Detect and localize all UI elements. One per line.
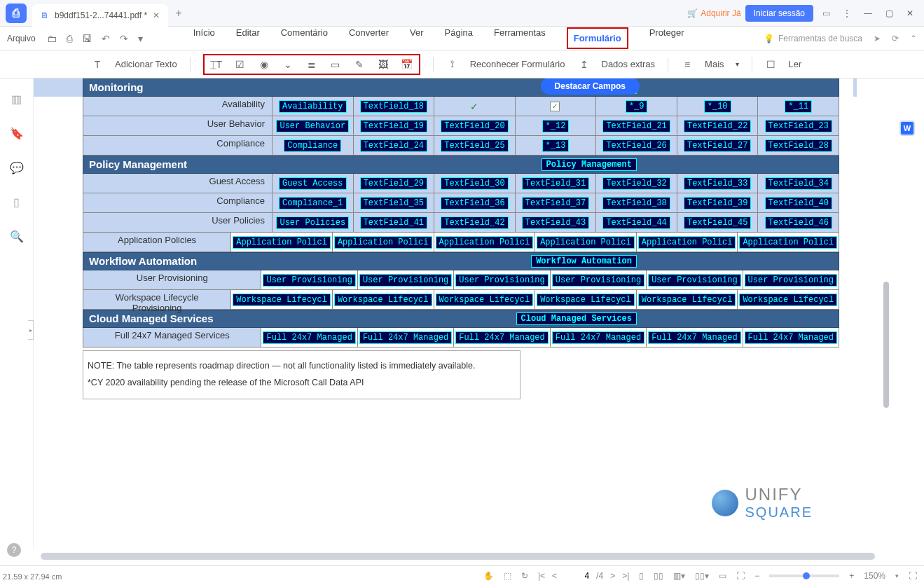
- file-menu[interactable]: Arquivo: [7, 34, 36, 43]
- tab-editar[interactable]: Editar: [236, 27, 260, 49]
- layout-dropdown-icon[interactable]: ▥▾: [673, 571, 685, 581]
- tab-formulario[interactable]: Formulário: [567, 27, 628, 49]
- form-field[interactable]: *_11: [785, 100, 812, 113]
- help-button[interactable]: ?: [7, 543, 21, 557]
- zoom-value[interactable]: 150%: [864, 571, 885, 581]
- tab-pagina[interactable]: Página: [445, 27, 473, 49]
- image-tool-icon[interactable]: 🖼: [377, 58, 389, 71]
- form-field[interactable]: Full 24x7 Managed: [263, 331, 355, 344]
- close-tab-icon[interactable]: ✕: [153, 11, 160, 20]
- qat-dropdown-icon[interactable]: ▾: [138, 33, 143, 44]
- form-field[interactable]: TextField_22: [684, 120, 751, 132]
- form-field[interactable]: User Behavior: [276, 120, 349, 132]
- form-field[interactable]: TextField_38: [602, 197, 670, 209]
- horizontal-scrollbar[interactable]: [41, 553, 910, 563]
- form-field[interactable]: TextField_37: [522, 197, 589, 209]
- two-page-icon[interactable]: ▯▯: [654, 571, 663, 581]
- search-panel-icon[interactable]: 🔍: [10, 230, 24, 243]
- form-field[interactable]: TextField_30: [441, 177, 508, 190]
- form-field[interactable]: TextField_20: [441, 120, 508, 132]
- more-icon[interactable]: ⋮: [839, 5, 855, 22]
- document-viewport[interactable]: Este documento contém campos de formulár…: [34, 78, 890, 549]
- tab-ferramentas[interactable]: Ferramentas: [494, 27, 546, 49]
- tab-inicio[interactable]: Início: [193, 27, 215, 49]
- form-field[interactable]: *_9: [626, 100, 648, 113]
- form-field[interactable]: User Provisioning: [455, 274, 548, 287]
- login-button[interactable]: Iniciar sessão: [745, 5, 813, 22]
- select-tool-icon[interactable]: ⬚: [504, 571, 511, 581]
- form-field[interactable]: Application Polici: [233, 236, 331, 249]
- tab-converter[interactable]: Converter: [349, 27, 389, 49]
- highlight-fields-button[interactable]: Destacar Campos: [541, 78, 640, 95]
- form-field[interactable]: TextField_27: [684, 139, 751, 152]
- checkbox-icon[interactable]: ✓: [550, 102, 560, 111]
- form-field[interactable]: Policy Management: [542, 158, 637, 171]
- form-field[interactable]: Compliance: [284, 139, 341, 152]
- form-field[interactable]: Workspace Lifecycl: [638, 294, 736, 306]
- form-field[interactable]: Full 24x7 Managed: [552, 331, 644, 344]
- tab-comentario[interactable]: Comentário: [281, 27, 328, 49]
- form-field[interactable]: Full 24x7 Managed: [359, 331, 452, 344]
- collapse-ribbon-icon[interactable]: ⌃: [910, 34, 917, 43]
- form-field[interactable]: TextField_42: [441, 216, 508, 229]
- form-field[interactable]: Application Polici: [638, 236, 736, 249]
- form-field[interactable]: TextField_32: [602, 177, 670, 190]
- dropdown-tool-icon[interactable]: ⌄: [282, 58, 294, 71]
- close-window-button[interactable]: ✕: [902, 5, 918, 22]
- textfield-tool-icon[interactable]: ⌶T: [210, 58, 223, 71]
- form-field[interactable]: *_13: [542, 139, 570, 152]
- form-field[interactable]: Workflow Automation: [531, 255, 637, 268]
- bookmarks-icon[interactable]: 🔖: [10, 127, 24, 140]
- more-button[interactable]: Mais: [705, 59, 724, 69]
- form-field[interactable]: TextField_45: [684, 216, 751, 229]
- listbox-tool-icon[interactable]: ≣: [305, 58, 318, 71]
- prev-page-icon[interactable]: <: [552, 571, 557, 581]
- comments-icon[interactable]: 💬: [10, 161, 24, 174]
- fit-dropdown-icon[interactable]: ▯▯▾: [695, 571, 709, 581]
- rotate-icon[interactable]: ↻: [521, 571, 528, 581]
- form-field[interactable]: Full 24x7 Managed: [455, 331, 548, 344]
- form-field[interactable]: TextField_46: [765, 216, 832, 229]
- form-field[interactable]: TextField_23: [765, 120, 832, 132]
- form-field[interactable]: Workspace Lifecycl: [739, 294, 837, 306]
- form-field[interactable]: Guest Access: [279, 177, 346, 190]
- first-page-icon[interactable]: |<: [538, 571, 545, 581]
- save-icon[interactable]: 🖫: [82, 33, 92, 44]
- new-tab-button[interactable]: +: [175, 7, 181, 20]
- single-page-icon[interactable]: ▯: [639, 571, 644, 581]
- thumbnails-icon[interactable]: ▥: [11, 92, 22, 106]
- fit-width-icon[interactable]: ⛶: [736, 571, 745, 581]
- form-field[interactable]: Availability: [279, 100, 346, 113]
- zoom-in-icon[interactable]: +: [849, 571, 854, 581]
- extra-data-button[interactable]: Dados extras: [602, 59, 656, 69]
- form-field[interactable]: Application Polici: [739, 236, 837, 249]
- acquire-button[interactable]: 🛒 Adquirir Já: [687, 8, 740, 18]
- hand-tool-icon[interactable]: ✋: [483, 571, 494, 581]
- maximize-button[interactable]: ▢: [881, 5, 897, 22]
- tab-proteger[interactable]: Proteger: [649, 27, 684, 49]
- last-page-icon[interactable]: >|: [622, 571, 629, 581]
- send-icon[interactable]: ➤: [874, 34, 881, 43]
- form-field[interactable]: Workspace Lifecycl: [537, 294, 635, 306]
- fullscreen-icon[interactable]: ⛶: [909, 571, 917, 581]
- form-field[interactable]: TextField_43: [522, 216, 589, 229]
- zoom-slider[interactable]: [769, 574, 839, 577]
- slideshow-icon[interactable]: ▭: [719, 571, 726, 581]
- form-field[interactable]: Compliance_1: [279, 197, 346, 209]
- form-field[interactable]: TextField_24: [360, 139, 427, 152]
- button-tool-icon[interactable]: ▭: [329, 58, 342, 71]
- form-field[interactable]: TextField_39: [684, 197, 751, 209]
- zoom-out-icon[interactable]: −: [754, 571, 759, 581]
- vertical-scrollbar[interactable]: [883, 99, 890, 542]
- form-field[interactable]: TextField_18: [360, 100, 427, 113]
- form-field[interactable]: User Provisioning: [552, 274, 644, 287]
- form-field[interactable]: Workspace Lifecycl: [334, 294, 432, 306]
- form-field[interactable]: TextField_41: [360, 216, 427, 229]
- next-page-icon[interactable]: >: [610, 571, 615, 581]
- form-field[interactable]: TextField_28: [765, 139, 832, 152]
- form-field[interactable]: TextField_19: [360, 120, 427, 132]
- form-field[interactable]: TextField_34: [765, 177, 832, 190]
- form-field[interactable]: User Provisioning: [359, 274, 452, 287]
- search-tools[interactable]: 💡 Ferramentas de busca: [764, 34, 862, 43]
- date-tool-icon[interactable]: 📅: [401, 58, 413, 71]
